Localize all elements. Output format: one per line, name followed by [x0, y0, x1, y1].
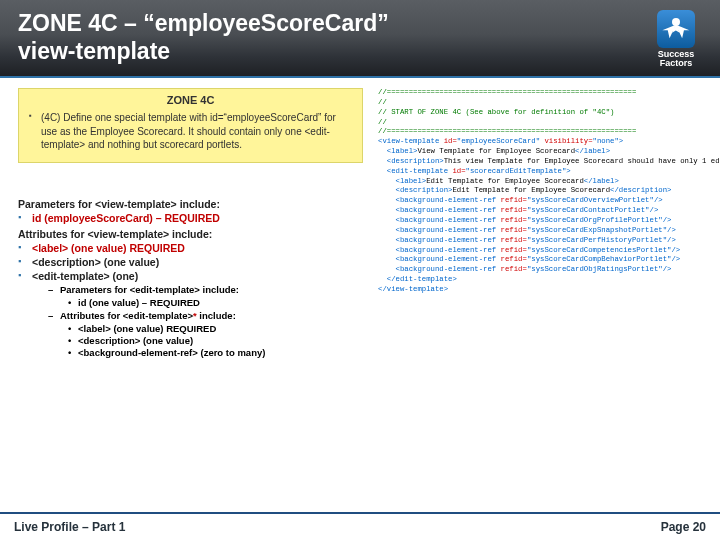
logo-text: Success Factors	[647, 50, 705, 69]
footer: Live Profile – Part 1 Page 20	[0, 512, 720, 540]
sub-attr-label: <label> (one value) REQUIRED	[68, 323, 363, 334]
person-star-icon	[657, 10, 695, 48]
header: ZONE 4C – “employeeScoreCard” view-templ…	[0, 0, 720, 78]
footer-right: Page 20	[661, 520, 706, 534]
attr-edit-template: <edit-template> (one) Parameters for <ed…	[18, 270, 363, 358]
content-area: ZONE 4C (4C) Define one special template…	[0, 82, 720, 510]
sub-attr-description: <description> (one value)	[68, 335, 363, 346]
title-line1: ZONE 4C – “employeeScoreCard”	[18, 10, 389, 36]
zone-heading: ZONE 4C	[29, 94, 352, 106]
attrs-heading: Attributes for <view-template> include:	[18, 228, 363, 240]
params-heading: Parameters for <view-template> include:	[18, 198, 363, 210]
sub-attrs-heading: Attributes for <edit-template>* include:	[48, 310, 363, 321]
sub-attr-bgref: <background-element-ref> (zero to many)	[68, 347, 363, 358]
slide-title: ZONE 4C – “employeeScoreCard” view-templ…	[18, 10, 702, 65]
parameters-block: Parameters for <view-template> include: …	[18, 194, 363, 360]
title-line2: view-template	[18, 38, 170, 64]
brand-logo: Success Factors	[647, 10, 705, 69]
footer-left: Live Profile – Part 1	[14, 520, 125, 534]
param-id: id (employeeScoreCard) – REQUIRED	[18, 212, 363, 224]
zone-item: (4C) Define one special template with id…	[29, 111, 352, 152]
sub-param-id: id (one value) – REQUIRED	[68, 297, 363, 308]
zone-callout-box: ZONE 4C (4C) Define one special template…	[18, 88, 363, 163]
attr-description: <description> (one value)	[18, 256, 363, 268]
slide: ZONE 4C – “employeeScoreCard” view-templ…	[0, 0, 720, 540]
sub-params-heading: Parameters for <edit-template> include:	[48, 284, 363, 295]
page-number: 20	[693, 520, 706, 534]
xml-code-snippet: //======================================…	[378, 88, 708, 295]
attr-label: <label> (one value) REQUIRED	[18, 242, 363, 254]
